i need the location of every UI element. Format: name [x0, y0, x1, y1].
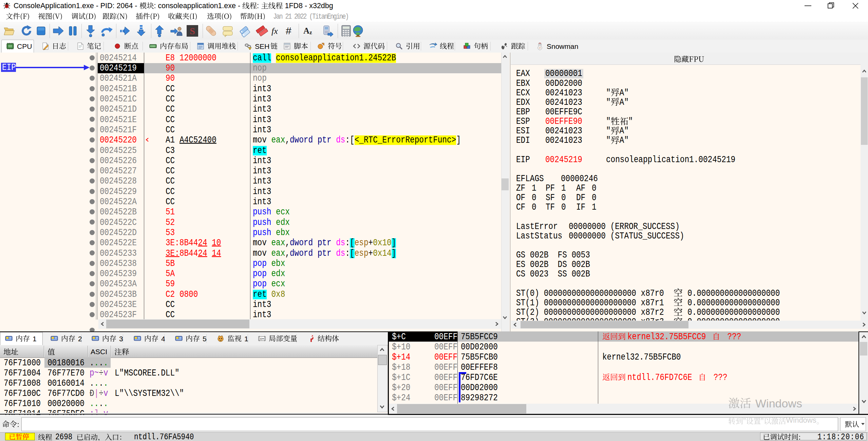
svg-text:#: #	[286, 25, 291, 36]
svg-text:fx: fx	[271, 26, 278, 36]
svg-text:A: A	[303, 26, 309, 35]
svg-text:z: z	[309, 29, 312, 36]
svg-text:x=: x=	[260, 337, 264, 341]
svg-text:!: !	[249, 47, 250, 50]
svg-text:S: S	[190, 26, 195, 36]
